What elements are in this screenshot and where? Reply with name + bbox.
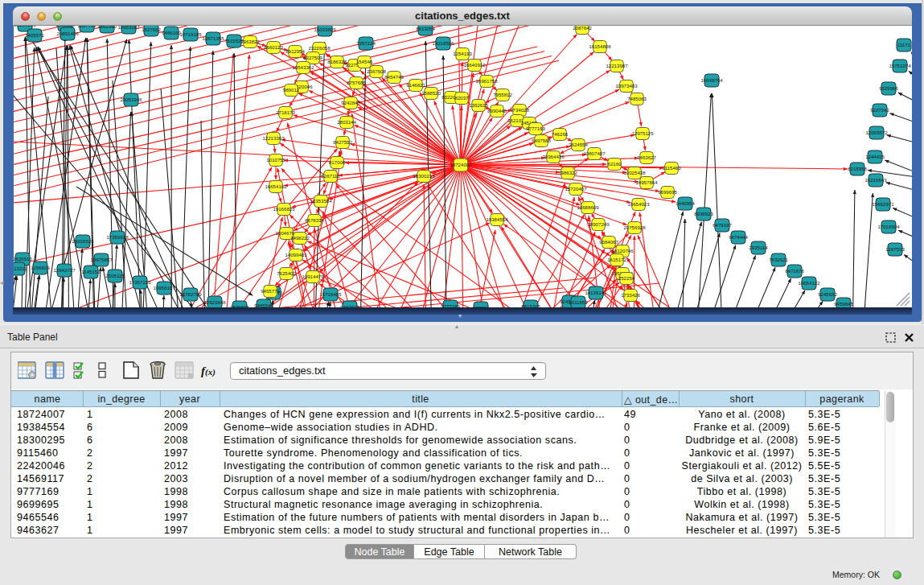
svg-text:9245652: 9245652 bbox=[818, 291, 837, 297]
svg-text:1615172: 1615172 bbox=[607, 257, 626, 262]
svg-text:10719185: 10719185 bbox=[179, 31, 202, 37]
svg-text:8660123: 8660123 bbox=[264, 44, 283, 50]
svg-text:10025438: 10025438 bbox=[623, 170, 646, 175]
svg-text:9227342: 9227342 bbox=[870, 107, 889, 113]
svg-text:817006: 817006 bbox=[329, 159, 346, 165]
svg-text:16782759: 16782759 bbox=[179, 291, 202, 297]
svg-text:5267110: 5267110 bbox=[321, 173, 340, 179]
svg-text:16961758: 16961758 bbox=[475, 78, 498, 84]
svg-text:2803144: 2803144 bbox=[337, 119, 356, 125]
svg-text:16120746: 16120746 bbox=[611, 248, 634, 253]
svg-text:1527602: 1527602 bbox=[142, 27, 161, 32]
svg-text:10975857: 10975857 bbox=[90, 257, 113, 262]
svg-text:12353584: 12353584 bbox=[310, 198, 332, 204]
svg-text:9463627: 9463627 bbox=[637, 154, 656, 160]
svg-text:10807487: 10807487 bbox=[583, 150, 606, 156]
svg-text:9084067: 9084067 bbox=[599, 239, 618, 245]
svg-text:10914479: 10914479 bbox=[302, 274, 324, 279]
svg-text:2405571: 2405571 bbox=[25, 32, 44, 38]
svg-text:7986322: 7986322 bbox=[558, 170, 577, 175]
svg-text:9455771: 9455771 bbox=[261, 288, 280, 294]
svg-text:19384554: 19384554 bbox=[486, 216, 508, 222]
svg-text:10653287: 10653287 bbox=[117, 26, 140, 30]
svg-text:16210643: 16210643 bbox=[864, 177, 887, 183]
svg-text:10973483: 10973483 bbox=[615, 83, 638, 89]
svg-text:18724007: 18724007 bbox=[450, 162, 472, 167]
svg-text:2367608: 2367608 bbox=[367, 68, 386, 74]
svg-text:7955812: 7955812 bbox=[493, 92, 512, 97]
svg-text:9734028: 9734028 bbox=[510, 107, 529, 113]
svg-text:1156829: 1156829 bbox=[31, 265, 50, 270]
svg-text:19218506: 19218506 bbox=[432, 40, 454, 46]
svg-text:8471676: 8471676 bbox=[785, 268, 804, 274]
svg-text:3498222: 3498222 bbox=[290, 235, 310, 241]
svg-text:15751074: 15751074 bbox=[889, 63, 911, 68]
svg-text:9242848: 9242848 bbox=[341, 100, 360, 105]
svg-text:3913211: 3913211 bbox=[14, 266, 27, 271]
svg-text:8938923: 8938923 bbox=[694, 211, 713, 216]
svg-text:16033809: 16033809 bbox=[314, 27, 336, 32]
svg-text:1807712: 1807712 bbox=[77, 26, 97, 28]
svg-text:15692971: 15692971 bbox=[872, 201, 894, 207]
svg-text:1244415: 1244415 bbox=[865, 154, 885, 159]
svg-text:1010755: 1010755 bbox=[266, 157, 285, 163]
svg-text:20891406: 20891406 bbox=[56, 31, 79, 36]
svg-text:1588520: 1588520 bbox=[421, 90, 441, 96]
svg-text:15300213: 15300213 bbox=[413, 173, 435, 179]
svg-text:17357225: 17357225 bbox=[129, 279, 151, 285]
svg-text:1440954: 1440954 bbox=[676, 200, 695, 206]
svg-text:8427552: 8427552 bbox=[333, 139, 352, 145]
svg-text:17016504: 17016504 bbox=[877, 224, 900, 229]
svg-text:10671355: 10671355 bbox=[202, 35, 224, 41]
svg-text:62160: 62160 bbox=[608, 161, 622, 167]
svg-text:746266: 746266 bbox=[552, 131, 569, 137]
svg-text:7357224: 7357224 bbox=[356, 40, 376, 46]
svg-text:9146821: 9146821 bbox=[406, 82, 425, 88]
svg-text:12213987: 12213987 bbox=[606, 63, 628, 68]
svg-text:20053346: 20053346 bbox=[120, 97, 142, 102]
svg-text:7485063: 7485063 bbox=[627, 96, 647, 101]
svg-text:16154808: 16154808 bbox=[589, 43, 611, 49]
svg-text:9459845: 9459845 bbox=[834, 301, 853, 307]
svg-text:14957864: 14957864 bbox=[635, 179, 658, 185]
svg-text:12213363: 12213363 bbox=[262, 135, 285, 141]
svg-text:3624554: 3624554 bbox=[569, 142, 588, 147]
svg-text:7963822: 7963822 bbox=[240, 39, 260, 44]
svg-text:9474444: 9474444 bbox=[729, 234, 748, 240]
svg-text:1254193: 1254193 bbox=[453, 51, 472, 56]
svg-text:9699695: 9699695 bbox=[658, 189, 677, 195]
svg-text:8990448: 8990448 bbox=[487, 108, 507, 113]
svg-text:19166825: 19166825 bbox=[273, 206, 295, 212]
svg-text:12942737: 12942737 bbox=[53, 267, 76, 273]
svg-text:19654923: 19654923 bbox=[627, 201, 650, 207]
svg-text:16654102: 16654102 bbox=[265, 183, 287, 189]
svg-text:82037: 82037 bbox=[455, 95, 470, 101]
svg-text:8813054: 8813054 bbox=[416, 26, 435, 31]
svg-text:9777169: 9777169 bbox=[526, 126, 545, 131]
svg-text:6497568: 6497568 bbox=[532, 138, 551, 143]
svg-text:8215958: 8215958 bbox=[848, 166, 867, 171]
svg-text:2718170: 2718170 bbox=[276, 109, 295, 115]
svg-text:7632621: 7632621 bbox=[769, 257, 788, 262]
svg-text:1267533: 1267533 bbox=[885, 246, 905, 252]
svg-text:1733426: 1733426 bbox=[621, 292, 640, 298]
svg-text:2935114: 2935114 bbox=[749, 245, 768, 250]
svg-text:2505115: 2505115 bbox=[105, 273, 125, 278]
svg-text:252254: 252254 bbox=[618, 275, 635, 281]
svg-text:1145151: 1145151 bbox=[81, 269, 101, 274]
svg-text:11171: 11171 bbox=[897, 42, 911, 47]
svg-text:15716485: 15716485 bbox=[319, 291, 342, 297]
svg-text:12975125: 12975125 bbox=[631, 130, 654, 136]
svg-text:f(x): f(x) bbox=[201, 365, 216, 377]
svg-text:154546: 154546 bbox=[356, 59, 373, 64]
svg-text:8454749: 8454749 bbox=[384, 74, 404, 80]
svg-text:20206526: 20206526 bbox=[72, 238, 94, 244]
svg-text:20756928: 20756928 bbox=[623, 225, 646, 230]
svg-text:26266510: 26266510 bbox=[14, 26, 36, 27]
svg-text:9327509: 9327509 bbox=[303, 55, 322, 60]
svg-text:6466160: 6466160 bbox=[162, 30, 181, 35]
svg-text:8757685: 8757685 bbox=[347, 80, 366, 85]
svg-text:1362615: 1362615 bbox=[469, 102, 488, 108]
svg-text:17359938: 17359938 bbox=[106, 234, 129, 240]
svg-text:9861990: 9861990 bbox=[97, 26, 117, 29]
